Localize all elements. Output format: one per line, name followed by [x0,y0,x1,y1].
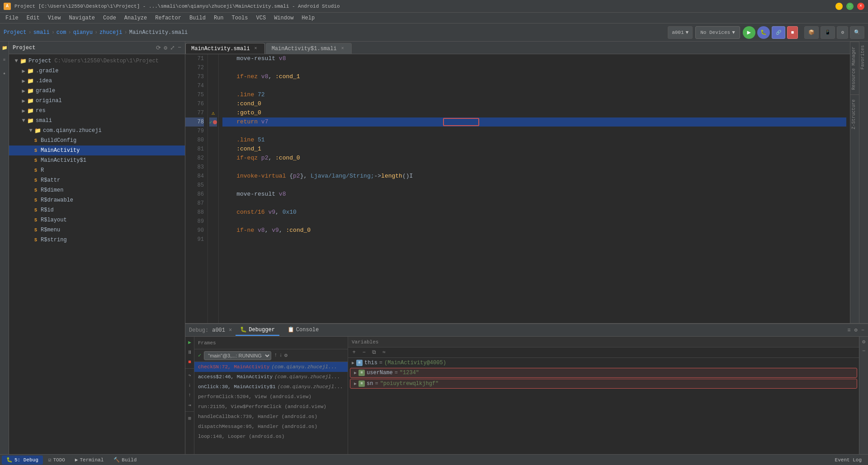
minimize-button[interactable]: − [835,3,843,10]
run-to-cursor-button[interactable]: ⇥ [186,401,193,409]
step-over-button[interactable]: ↷ [186,371,193,379]
frame-item-1[interactable]: access$2:46, MainActivity (com.qianyu.zh… [194,372,348,382]
evaluate-button[interactable]: ⊞ [186,414,193,422]
menu-file[interactable]: File [2,14,22,22]
bottom-tab-todo[interactable]: ☑ TODO [44,456,70,465]
tree-item-rlayout[interactable]: S R$layout [9,215,185,225]
menu-edit[interactable]: Edit [23,14,43,22]
var-item-username[interactable]: ▶ ≡ userName = "1234" [350,368,857,378]
menu-window[interactable]: Window [270,14,297,22]
debug-session-close[interactable]: × [229,327,232,333]
expand-icon[interactable]: ⤢ [170,44,175,52]
tree-item-r[interactable]: S R [9,165,185,175]
menu-analyze[interactable]: Analyze [121,14,151,22]
bottom-tab-build[interactable]: 🔨 Build [109,456,141,465]
tab-mainactivity[interactable]: MainActivity.smali × [185,43,265,54]
bottom-tab-debug[interactable]: 🐛 5: Debug [2,456,43,465]
avd-manager-button[interactable]: 📱 [821,26,835,39]
tree-item-original[interactable]: ▶ 📁 original [9,96,185,106]
tree-root[interactable]: ▼ 📁 Project C:\Users\12550\Desktop\1\Pro… [9,56,185,66]
tree-item-idea[interactable]: ▶ 📁 .idea [9,76,185,86]
tab-mainactivity1-close[interactable]: × [340,46,346,52]
favorites-label[interactable]: Favorites [859,42,868,73]
stop-debug-button[interactable]: ■ [186,358,193,366]
add-var-button[interactable]: + [350,348,358,357]
resume-button[interactable]: ▶ [186,338,193,346]
var-item-this[interactable]: ▶ ≡ this = (MainActivity@4005) [348,358,859,368]
remove-var-button[interactable]: − [360,348,368,357]
project-icon[interactable]: 📁 [1,45,8,52]
menu-code[interactable]: Code [99,14,120,22]
code-content[interactable]: move-result v8 if-nez v8, :cond_1 [219,54,850,323]
var-item-sn[interactable]: ▶ ≡ sn = "poiuytrewqlkjhgf" [350,379,857,389]
run-button[interactable]: ▶ [743,26,755,39]
evaluate-var-button[interactable]: ≈ [380,348,388,357]
frame-item-7[interactable]: loop:148, Looper (android.os) [194,432,348,442]
tree-item-rattr[interactable]: S R$attr [9,175,185,185]
menu-navigate[interactable]: Navigate [65,14,99,22]
menu-vcs[interactable]: VCS [253,14,270,22]
tree-item-gradle2[interactable]: ▶ 📁 gradle [9,86,185,96]
bookmarks-icon[interactable]: ★ [1,70,8,78]
tab-mainactivity-close[interactable]: × [253,46,259,52]
sync-icon[interactable]: ⟳ [156,44,161,52]
console-tab[interactable]: 📋 Console [283,324,323,336]
no-devices-selector[interactable]: No Devices ▼ [695,26,740,39]
tree-item-rmenu[interactable]: S R$menu [9,225,185,235]
bottom-tab-terminal[interactable]: ▶ Terminal [71,456,108,465]
frame-item-4[interactable]: run:21155, View$PerformClick (android.vi… [194,402,348,412]
breadcrumb-qianyu[interactable]: qianyu [73,29,93,36]
breadcrumb-zhuceji[interactable]: zhuceji [99,29,122,36]
var-this-expand[interactable]: ▶ [352,360,354,366]
menu-run[interactable]: Run [210,14,227,22]
settings-debug-icon[interactable]: ⚙ [854,327,858,333]
frame-item-5[interactable]: handleCallback:739, Handler (android.os) [194,412,348,422]
menu-refactor[interactable]: Refactor [151,14,185,22]
thread-down-button[interactable]: ↓ [279,352,282,359]
bottom-tab-eventlog[interactable]: Event Log [830,456,866,465]
breadcrumb-smali[interactable]: smali [33,29,50,36]
z-structure-label[interactable]: Z-Structure [850,94,859,134]
menu-help[interactable]: Help [298,14,318,22]
menu-build[interactable]: Build [186,14,209,22]
frame-item-3[interactable]: performClick:5204, View (android.view) [194,392,348,402]
debugger-tab[interactable]: 🐛 Debugger [236,324,279,336]
var-sn-expand[interactable]: ▶ [354,381,357,386]
menu-tools[interactable]: Tools [228,14,252,22]
debug-settings-icon[interactable]: ⚙ [862,338,865,345]
tree-item-buildconfig[interactable]: S BuildConfig [9,136,185,146]
tree-item-com[interactable]: ▼ 📁 com.qianyu.zhuceji [9,126,185,136]
thread-filter-button[interactable]: ⚙ [284,352,288,359]
var-username-expand[interactable]: ▶ [354,370,357,376]
tab-mainactivity1[interactable]: MainActivity$1.smali × [266,43,352,54]
code-editor[interactable]: 71 72 73 74 75 76 77 78 79 80 81 82 [185,54,850,323]
maximize-button[interactable]: □ [846,3,854,10]
pause-button[interactable]: ⏸ [186,348,193,356]
attach-debug-button[interactable]: 🔗 [772,26,785,39]
frame-item-0[interactable]: checkSN:72, MainActivity (com.qianyu.zhu… [194,362,348,372]
minimize-panel-icon[interactable]: − [178,44,181,52]
tree-item-rstring[interactable]: S R$string [9,235,185,245]
breadcrumb-com[interactable]: com [57,29,66,36]
settings-toolbar-button[interactable]: ⚙ [837,26,848,39]
copy-var-button[interactable]: ⧉ [370,348,378,357]
stop-button[interactable]: ■ [787,26,798,39]
build-variant-selector[interactable]: a001 ▼ [668,26,693,39]
debug-button[interactable]: 🐛 [757,26,770,39]
tree-item-rdrawable[interactable]: S R$drawable [9,195,185,205]
tree-item-mainactivity[interactable]: S MainActivity [9,146,185,155]
tree-item-mainactivity1[interactable]: S MainActivity$1 [9,155,185,165]
tree-item-smali[interactable]: ▼ 📁 smali [9,116,185,126]
menu-view[interactable]: View [44,14,65,22]
frame-item-6[interactable]: dispatchMessage:95, Handler (android.os) [194,422,348,432]
search-toolbar-button[interactable]: 🔍 [850,26,864,39]
thread-up-button[interactable]: ↑ [274,352,277,359]
resource-manager-label[interactable]: Resource Manager [850,42,859,94]
sdk-manager-button[interactable]: 📦 [804,26,819,39]
tree-item-res[interactable]: ▶ 📁 res [9,106,185,116]
frame-item-2[interactable]: onClick:30, MainActivity$1 (com.qianyu.z… [194,382,348,392]
close-button[interactable]: × [857,3,864,10]
gear-icon[interactable]: ⚙ [164,44,167,52]
breadcrumb-project[interactable]: Project [4,29,26,36]
thread-dropdown[interactable]: "main"@3,...: RUNNING [204,351,271,360]
